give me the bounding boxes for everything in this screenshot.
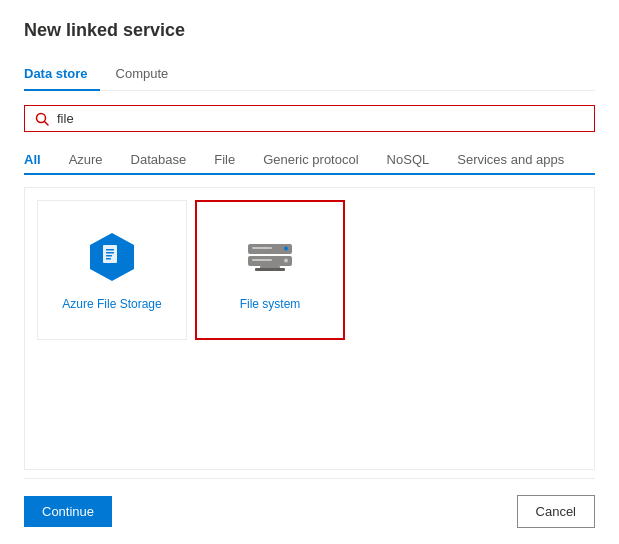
svg-rect-15 — [255, 268, 285, 271]
cards-area: Azure File Storage — [24, 187, 595, 470]
svg-rect-10 — [252, 247, 272, 249]
filter-tab-file[interactable]: File — [200, 146, 249, 175]
svg-rect-4 — [106, 249, 114, 251]
cards-grid: Azure File Storage — [37, 200, 582, 340]
azure-file-storage-label: Azure File Storage — [62, 297, 161, 313]
filter-tabs: All Azure Database File Generic protocol… — [24, 144, 595, 175]
svg-rect-5 — [106, 252, 114, 254]
svg-rect-7 — [106, 258, 111, 260]
filter-tab-services-and-apps[interactable]: Services and apps — [443, 146, 578, 175]
svg-point-13 — [284, 259, 288, 263]
tab-data-store[interactable]: Data store — [24, 58, 100, 91]
svg-rect-11 — [252, 259, 272, 261]
cancel-button[interactable]: Cancel — [517, 495, 595, 528]
filter-tab-generic-protocol[interactable]: Generic protocol — [249, 146, 372, 175]
filter-tab-all[interactable]: All — [24, 146, 55, 175]
dialog-title: New linked service — [24, 20, 595, 41]
file-system-icon — [240, 227, 300, 287]
azure-file-storage-icon — [82, 227, 142, 287]
filter-tab-database[interactable]: Database — [117, 146, 201, 175]
file-system-label: File system — [240, 297, 301, 313]
card-file-system[interactable]: File system — [195, 200, 345, 340]
tab-compute[interactable]: Compute — [116, 58, 181, 91]
card-azure-file-storage[interactable]: Azure File Storage — [37, 200, 187, 340]
search-icon — [35, 112, 49, 126]
top-tabs: Data store Compute — [24, 57, 595, 91]
svg-rect-3 — [103, 245, 117, 263]
footer: Continue Cancel — [24, 478, 595, 528]
filter-tab-nosql[interactable]: NoSQL — [373, 146, 444, 175]
filter-tab-azure[interactable]: Azure — [55, 146, 117, 175]
svg-line-1 — [45, 121, 49, 125]
search-box — [24, 105, 595, 132]
svg-rect-6 — [106, 255, 112, 257]
continue-button[interactable]: Continue — [24, 496, 112, 527]
search-input[interactable] — [57, 111, 584, 126]
dialog: New linked service Data store Compute Al… — [0, 0, 619, 544]
svg-point-12 — [284, 247, 288, 251]
